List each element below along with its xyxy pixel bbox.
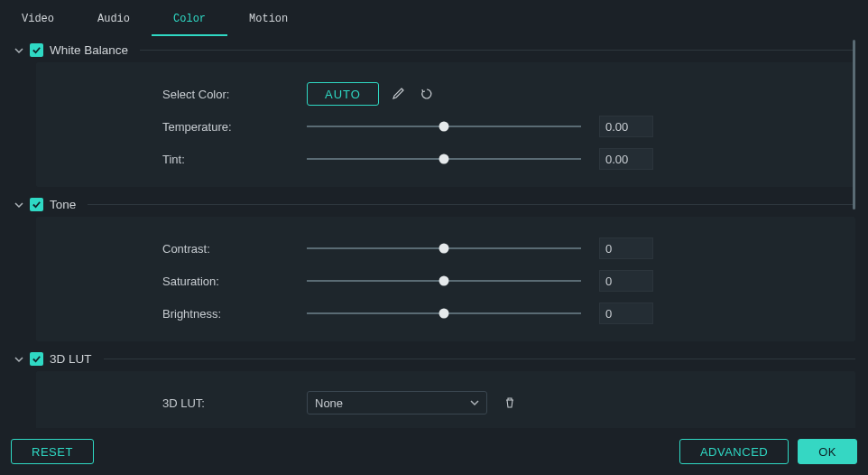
brightness-slider[interactable]	[307, 307, 581, 320]
checkbox-3d-lut[interactable]	[30, 352, 43, 366]
chevron-down-icon	[14, 46, 23, 55]
checkbox-tone[interactable]	[30, 198, 43, 211]
tint-label: Tint:	[162, 153, 307, 166]
lut-selected-value: None	[315, 396, 343, 410]
panel-scroll-area: White Balance Select Color: AUTO Tempera…	[0, 29, 868, 428]
checkbox-white-balance[interactable]	[30, 43, 43, 57]
footer: RESET ADVANCED OK	[0, 428, 868, 475]
select-color-label: Select Color:	[162, 88, 307, 101]
brightness-input[interactable]	[599, 303, 653, 324]
section-header-white-balance[interactable]: White Balance	[14, 38, 855, 62]
auto-button[interactable]: AUTO	[307, 82, 379, 106]
section-3d-lut: 3D LUT 3D LUT: None	[14, 347, 855, 428]
scrollbar[interactable]	[850, 40, 855, 417]
section-header-3d-lut[interactable]: 3D LUT	[14, 347, 855, 371]
saturation-input[interactable]	[599, 270, 653, 292]
eyedropper-icon[interactable]	[388, 84, 408, 104]
ok-button[interactable]: OK	[798, 439, 857, 464]
contrast-label: Contrast:	[162, 242, 307, 256]
brightness-label: Brightness:	[162, 307, 307, 321]
contrast-input[interactable]	[599, 238, 653, 259]
section-divider	[104, 359, 855, 359]
lut-select[interactable]: None	[307, 391, 487, 414]
temperature-slider[interactable]	[307, 120, 581, 133]
saturation-slider[interactable]	[307, 275, 581, 287]
section-divider	[88, 204, 855, 205]
tint-slider[interactable]	[307, 153, 581, 165]
chevron-down-icon	[14, 200, 23, 210]
section-title: White Balance	[50, 43, 128, 57]
reset-button[interactable]: RESET	[11, 439, 94, 464]
contrast-slider[interactable]	[307, 242, 581, 255]
section-divider	[140, 50, 855, 51]
scrollbar-thumb[interactable]	[853, 40, 855, 210]
section-body-white-balance: Select Color: AUTO Temperature: Tint:	[36, 62, 855, 187]
section-title: Tone	[50, 198, 76, 211]
trash-icon[interactable]	[500, 393, 520, 413]
lut-label: 3D LUT:	[162, 396, 307, 410]
advanced-button[interactable]: ADVANCED	[679, 439, 789, 464]
section-white-balance: White Balance Select Color: AUTO Tempera…	[14, 38, 855, 187]
reset-icon[interactable]	[417, 84, 437, 104]
section-body-tone: Contrast: Saturation: Brightness:	[36, 217, 855, 341]
section-title: 3D LUT	[50, 352, 92, 366]
temperature-label: Temperature:	[162, 120, 307, 134]
section-tone: Tone Contrast: Saturation: Brightness:	[14, 192, 855, 341]
saturation-label: Saturation:	[162, 275, 307, 288]
temperature-input[interactable]	[599, 116, 653, 137]
section-body-3d-lut: 3D LUT: None	[36, 371, 855, 428]
tint-input[interactable]	[599, 148, 653, 170]
section-header-tone[interactable]: Tone	[14, 192, 855, 217]
chevron-down-icon	[470, 396, 479, 410]
chevron-down-icon	[14, 355, 23, 364]
